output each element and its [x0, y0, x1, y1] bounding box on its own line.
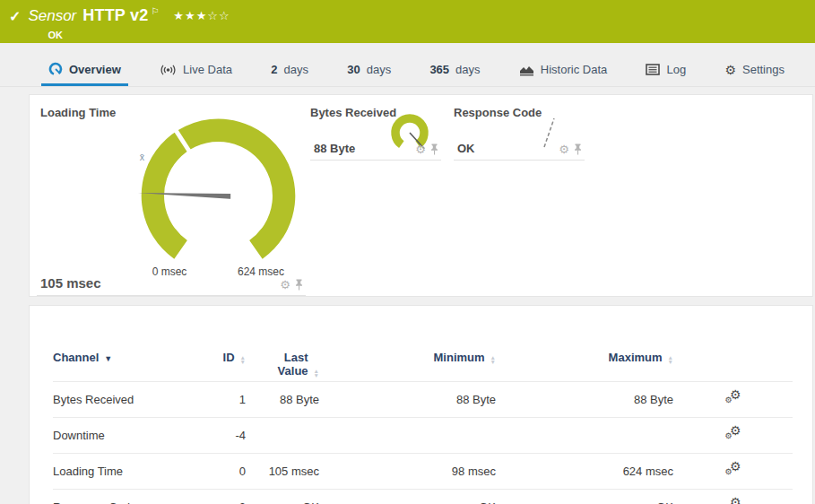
cell-maximum: OK — [496, 490, 673, 504]
tab-label: days — [283, 63, 308, 76]
sensor-tab-bar: Overview Live Data 2 days 30 days 365 da… — [0, 43, 815, 87]
live-signal-icon — [160, 64, 177, 76]
tab-label: days — [367, 63, 391, 76]
area-chart-icon — [519, 64, 534, 76]
table-row: Response Code 2 OK OK OK ⚙⚙ — [53, 490, 793, 504]
tab-365-days[interactable]: 365 days — [422, 63, 487, 86]
priority-stars[interactable]: ★★★☆☆ — [173, 7, 230, 25]
status-badge: OK — [48, 30, 230, 40]
tab-overview[interactable]: Overview — [41, 62, 128, 86]
bytes-received-value: 88 Byte — [314, 142, 355, 155]
column-header-id[interactable]: ID▲▼ — [196, 331, 246, 382]
tab-label: Settings — [742, 63, 785, 76]
log-list-icon — [646, 64, 660, 75]
column-header-last-value[interactable]: Last Value▲▼ — [246, 331, 319, 382]
average-marker-label: x̄ — [140, 152, 145, 162]
channel-settings-icon[interactable]: ⚙⚙ — [724, 463, 742, 478]
column-header-maximum[interactable]: Maximum▲▼ — [496, 331, 673, 382]
channel-settings-icon[interactable]: ⚙⚙ — [724, 499, 742, 504]
tab-number: 365 — [429, 63, 449, 76]
bytes-received-gauge-panel: Bytes Received 88 Byte ⚙ — [310, 106, 441, 161]
pin-icon[interactable] — [430, 143, 438, 155]
status-check-icon: ✓ — [9, 8, 21, 25]
gauge-settings-gear-icon[interactable]: ⚙ — [415, 145, 426, 154]
cell-id: 1 — [196, 382, 246, 418]
cell-id: 0 — [196, 454, 246, 490]
tab-historic-data[interactable]: Historic Data — [512, 63, 614, 86]
gauges-card: Loading Time x̄ 0 msec 624 msec 105 msec… — [29, 94, 813, 297]
tab-live-data[interactable]: Live Data — [152, 63, 239, 86]
column-header-channel[interactable]: Channel▼ — [53, 331, 196, 382]
mini-gauges: Bytes Received 88 Byte ⚙ Response Code — [310, 106, 585, 296]
pin-icon[interactable] — [574, 143, 582, 155]
cell-maximum: 624 msec — [496, 454, 673, 490]
cell-last-value: 105 msec — [246, 454, 319, 490]
tab-label: Log — [666, 63, 686, 76]
table-header-row: Channel▼ ID▲▼ Last Value▲▼ Minimum▲▼ Max… — [53, 331, 793, 382]
table-row: Bytes Received 1 88 Byte 88 Byte 88 Byte… — [53, 382, 793, 418]
gear-icon: ⚙ — [724, 65, 736, 75]
channel-settings-icon[interactable]: ⚙⚙ — [724, 427, 742, 442]
cell-maximum: 88 Byte — [496, 382, 673, 418]
table-row: Loading Time 0 105 msec 98 msec 624 msec… — [53, 454, 793, 490]
gauge-settings-gear-icon[interactable]: ⚙ — [280, 281, 290, 290]
tab-label: Overview — [69, 63, 121, 76]
channel-settings-icon[interactable]: ⚙⚙ — [724, 391, 742, 406]
object-kind-label: Sensor — [28, 7, 76, 25]
cell-channel: Loading Time — [53, 454, 196, 490]
flag-icon[interactable]: ⚐ — [151, 3, 159, 21]
tab-log[interactable]: Log — [638, 63, 693, 86]
gauge-settings-gear-icon[interactable]: ⚙ — [559, 145, 569, 154]
cell-id: -4 — [196, 418, 246, 454]
sort-icon: ▲▼ — [490, 355, 496, 364]
sort-icon: ▲▼ — [314, 369, 319, 378]
sort-icon: ▲▼ — [668, 355, 673, 364]
tab-30-days[interactable]: 30 days — [340, 63, 398, 86]
tab-label: Live Data — [183, 63, 232, 76]
loading-time-gauge: x̄ — [131, 106, 306, 281]
column-header-settings — [673, 331, 793, 382]
sort-desc-icon: ▼ — [104, 354, 112, 363]
channel-table: Channel▼ ID▲▼ Last Value▲▼ Minimum▲▼ Max… — [53, 331, 793, 504]
cell-channel: Bytes Received — [53, 382, 196, 418]
loading-time-gauge-panel: Loading Time x̄ 0 msec 624 msec 105 msec… — [37, 106, 306, 296]
tab-number: 2 — [271, 63, 277, 76]
cell-maximum — [496, 418, 673, 454]
sensor-name[interactable]: HTTP v2 — [82, 6, 148, 24]
response-code-value: OK — [457, 142, 475, 155]
cell-last-value: 88 Byte — [246, 382, 319, 418]
cell-channel: Response Code — [53, 490, 196, 504]
tab-label: Historic Data — [541, 63, 607, 76]
tab-settings[interactable]: ⚙ Settings — [717, 63, 792, 86]
tab-number: 30 — [347, 63, 360, 76]
cell-minimum: OK — [319, 490, 496, 504]
sensor-status-header: ✓ Sensor HTTP v2 ⚐ ★★★☆☆ OK — [0, 0, 815, 43]
cell-minimum — [319, 418, 496, 454]
cell-id: 2 — [196, 490, 246, 504]
cell-last-value: OK — [246, 490, 319, 504]
cell-minimum: 88 Byte — [319, 382, 496, 418]
cell-last-value — [246, 418, 319, 454]
tab-label: days — [455, 63, 480, 76]
gauge-icon — [48, 62, 63, 76]
column-header-minimum[interactable]: Minimum▲▼ — [319, 331, 496, 382]
cell-channel: Downtime — [53, 418, 196, 454]
tab-2-days[interactable]: 2 days — [264, 63, 316, 86]
table-row: Downtime -4 ⚙⚙ — [53, 418, 793, 454]
sort-icon: ▲▼ — [240, 355, 246, 364]
loading-time-value: 105 msec — [40, 275, 101, 291]
cell-minimum: 98 msec — [319, 454, 496, 490]
pin-icon[interactable] — [295, 279, 303, 291]
response-code-gauge-panel: Response Code OK ⚙ — [454, 106, 585, 161]
channel-table-card: Channel▼ ID▲▼ Last Value▲▼ Minimum▲▼ Max… — [29, 305, 813, 504]
